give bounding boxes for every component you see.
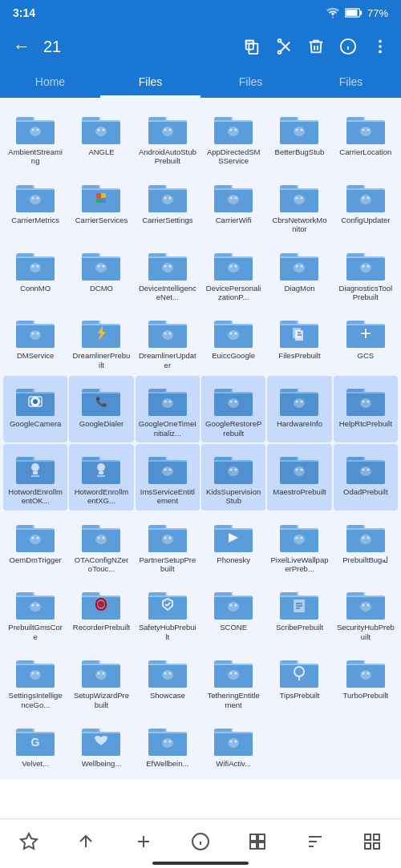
folder-label: CarrierMetrics bbox=[11, 216, 59, 224]
tab-files-1[interactable]: Files bbox=[100, 67, 200, 96]
folder-item[interactable]: DiagnosticsToolPrebuilt bbox=[334, 240, 398, 307]
folder-item[interactable]: ConnMO bbox=[3, 240, 67, 307]
folder-item[interactable]: ImsServiceEntitlement bbox=[136, 444, 200, 511]
folder-item[interactable]: DreamlinerUpdater bbox=[136, 308, 200, 374]
tab-files-3[interactable]: Files bbox=[301, 67, 401, 96]
folder-item[interactable]: TurboPrebuilt bbox=[334, 648, 398, 714]
select-button[interactable] bbox=[243, 827, 272, 856]
folder-icon bbox=[80, 449, 122, 486]
info-button[interactable] bbox=[334, 32, 363, 61]
delete-button[interactable] bbox=[302, 32, 330, 61]
folder-item[interactable]: PartnerSetupPrebuilt bbox=[136, 512, 200, 579]
folder-label: PixelLiveWallpaperPreb... bbox=[270, 555, 328, 574]
folder-item[interactable]: OemDmTrigger bbox=[3, 512, 67, 579]
copy-button[interactable] bbox=[237, 32, 266, 61]
folder-item[interactable]: GoogleOneTimeInitializ... bbox=[136, 376, 200, 442]
svg-point-33 bbox=[30, 195, 41, 204]
svg-rect-1 bbox=[360, 10, 363, 14]
folder-item[interactable]: 📞 GoogleDialer bbox=[69, 376, 133, 442]
folder-item[interactable]: SetupWizardPrebuilt bbox=[69, 648, 133, 714]
folder-item[interactable]: SCONE bbox=[201, 579, 265, 646]
folder-item[interactable]: EuiccGoogle bbox=[201, 308, 265, 374]
folder-item[interactable]: DreamlinerPrebuilt bbox=[69, 308, 133, 374]
back-button[interactable]: ← bbox=[6, 30, 37, 63]
svg-point-158 bbox=[98, 672, 100, 675]
info-bottom-button[interactable] bbox=[186, 827, 215, 856]
svg-point-91 bbox=[164, 401, 166, 403]
svg-rect-37 bbox=[101, 193, 106, 198]
folder-item[interactable]: CarrierMetrics bbox=[3, 172, 67, 239]
svg-point-133 bbox=[360, 535, 371, 544]
grid-view-button[interactable] bbox=[358, 827, 387, 856]
folder-label: SetupWizardPrebuilt bbox=[72, 691, 130, 709]
folder-item[interactable]: G Velvet... bbox=[3, 716, 67, 773]
folder-item[interactable]: GoogleRestorePrebuilt bbox=[201, 376, 265, 442]
folder-item[interactable]: RecorderPrebuilt bbox=[69, 579, 133, 646]
folder-item[interactable]: OdadPrebuilt bbox=[334, 444, 398, 511]
folder-item[interactable]: CarrierLocation bbox=[334, 104, 398, 171]
more-button[interactable] bbox=[366, 32, 395, 61]
folder-icon bbox=[147, 177, 188, 214]
svg-point-120 bbox=[30, 535, 41, 544]
folder-item[interactable]: HotwordEnrollmentXG... bbox=[69, 444, 133, 511]
folder-item[interactable]: EfWellbein... bbox=[136, 716, 200, 773]
folder-item[interactable]: DMService bbox=[3, 308, 67, 374]
folder-item[interactable]: FilesPrebuilt bbox=[267, 308, 331, 374]
folder-item[interactable]: GoogleCamera bbox=[3, 376, 67, 442]
svg-point-172 bbox=[162, 738, 173, 748]
folder-item[interactable]: ConfigUpdater bbox=[334, 172, 398, 239]
folder-label: CarrierLocation bbox=[339, 147, 391, 156]
svg-point-112 bbox=[230, 468, 233, 470]
folder-item[interactable]: MaestroPrebuilt bbox=[267, 444, 331, 511]
svg-rect-38 bbox=[96, 198, 101, 203]
star-button[interactable] bbox=[14, 827, 43, 856]
folder-item[interactable]: AndroidAutoStubPrebuilt bbox=[136, 104, 200, 171]
folder-item[interactable]: HotwordEnrollmentOK... bbox=[3, 444, 67, 511]
folder-item[interactable]: PixelLiveWallpaperPreb... bbox=[267, 512, 331, 579]
folder-item[interactable]: DiagMon bbox=[267, 240, 331, 307]
folder-label: PrebuiltBugله bbox=[342, 555, 388, 564]
folder-item[interactable]: AmbientStreaming bbox=[3, 104, 67, 171]
folder-item[interactable]: DCMO bbox=[69, 240, 133, 307]
folder-item[interactable]: PrebuiltBugله bbox=[334, 512, 398, 579]
sort-button[interactable] bbox=[301, 827, 330, 856]
folder-item[interactable]: TetheringEntitlement bbox=[201, 648, 265, 714]
folder-item[interactable]: CarrierWifi bbox=[201, 172, 265, 239]
folder-item[interactable]: OTAConfigNZeroTouc... bbox=[69, 512, 133, 579]
folder-item[interactable]: DeviceIntelligenceNet... bbox=[136, 240, 200, 307]
folder-item[interactable]: CarrierSettings bbox=[136, 172, 200, 239]
svg-point-102 bbox=[31, 463, 39, 471]
folder-item[interactable]: SettingsIntelligenceGo... bbox=[3, 648, 67, 714]
folder-item[interactable]: DevicePersonalizationP... bbox=[201, 240, 265, 307]
folder-item[interactable]: Phonesky bbox=[201, 512, 265, 579]
svg-point-93 bbox=[228, 398, 239, 408]
folder-label: AppDirectedSMSService bbox=[205, 147, 262, 166]
svg-point-44 bbox=[230, 196, 233, 199]
folder-item[interactable]: AppDirectedSMSService bbox=[201, 104, 265, 171]
folder-item[interactable]: Wellbeing... bbox=[69, 716, 133, 773]
svg-point-40 bbox=[162, 195, 173, 204]
tab-home[interactable]: Home bbox=[0, 67, 100, 96]
folder-item[interactable]: HelpRtcPrebuilt bbox=[334, 376, 398, 442]
svg-point-116 bbox=[301, 468, 303, 470]
folder-item[interactable]: WifiActiv... bbox=[201, 716, 265, 773]
tab-files-2[interactable]: Files bbox=[200, 67, 301, 96]
folder-item[interactable]: BetterBugStub bbox=[267, 104, 331, 171]
folder-item[interactable]: CbrsNetworkMonitor bbox=[267, 172, 331, 239]
folder-item[interactable]: SafetyHubPrebuilt bbox=[136, 579, 200, 646]
folder-item[interactable]: ANGLE bbox=[69, 104, 133, 171]
folder-item[interactable]: SecurityHubPrebuilt bbox=[334, 579, 398, 646]
folder-icon bbox=[345, 652, 387, 689]
folder-item[interactable]: Showcase bbox=[136, 648, 200, 714]
folder-item[interactable]: CarrierServices bbox=[69, 172, 133, 239]
folder-item[interactable]: GCS bbox=[334, 308, 398, 374]
folder-item[interactable]: TipsPrebuilt bbox=[267, 648, 331, 714]
upload-button[interactable] bbox=[71, 827, 100, 856]
svg-point-168 bbox=[360, 670, 371, 680]
folder-item[interactable]: HardwareInfo bbox=[267, 376, 331, 442]
folder-item[interactable]: ScribePrebuilt bbox=[267, 579, 331, 646]
folder-item[interactable]: KidsSupervisionStub bbox=[201, 444, 265, 511]
cut-button[interactable] bbox=[269, 32, 298, 61]
add-button[interactable] bbox=[129, 827, 158, 856]
folder-item[interactable]: PrebuiltGmsCore bbox=[3, 579, 67, 646]
